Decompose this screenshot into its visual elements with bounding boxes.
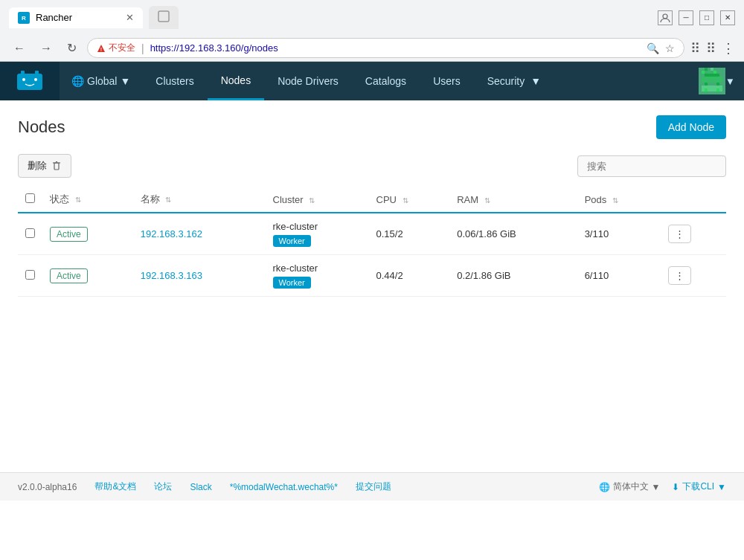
- ram-col-header: RAM ⇅: [449, 187, 577, 213]
- status-badge: Active: [50, 268, 88, 283]
- svg-rect-17: [716, 68, 719, 71]
- name-col-header: 名称 ⇅: [133, 187, 266, 213]
- extensions-icon2[interactable]: ⠿: [706, 40, 716, 57]
- back-button[interactable]: ←: [9, 39, 30, 58]
- nav-catalogs[interactable]: Catalogs: [352, 62, 420, 100]
- global-dropdown[interactable]: 🌐 Global ▼: [60, 62, 142, 100]
- user-dropdown-arrow: ▼: [725, 76, 735, 87]
- status-badge: Active: [50, 227, 88, 242]
- tab-close-button[interactable]: ✕: [126, 12, 134, 23]
- status-col-header: 状态 ⇅: [42, 187, 133, 213]
- nav-right: ▼: [690, 68, 744, 94]
- cluster-col-header: Cluster ⇅: [266, 187, 369, 213]
- svg-point-9: [22, 78, 25, 81]
- download-icon: ⬇: [672, 482, 679, 492]
- actions-cell: ⋮: [661, 255, 726, 297]
- window-controls: ─ □ ✕: [658, 10, 735, 25]
- svg-rect-25: [54, 163, 59, 170]
- url-bar[interactable]: ! 不安全 | https://192.168.3.160/g/nodes 🔍 …: [87, 38, 684, 58]
- table-header: 状态 ⇅ 名称 ⇅ Cluster ⇅ CPU ⇅ RAM ⇅: [18, 187, 726, 213]
- dropdown-arrow: ▼: [120, 75, 130, 87]
- minimize-button[interactable]: ─: [679, 10, 693, 25]
- cpu-cell: 0.44/2: [369, 255, 450, 297]
- footer-forum-link[interactable]: 论坛: [154, 480, 172, 493]
- cpu-sort-icon[interactable]: ⇅: [403, 196, 408, 205]
- ram-cell: 0.06/1.86 GiB: [449, 213, 577, 255]
- actions-col-header: [661, 187, 726, 213]
- ram-cell: 0.2/1.86 GiB: [449, 255, 577, 297]
- status-sort-icon[interactable]: ⇅: [75, 196, 81, 204]
- svg-rect-13: [705, 68, 708, 71]
- trash-icon: [51, 161, 62, 171]
- close-window-button[interactable]: ✕: [720, 10, 735, 25]
- delete-button[interactable]: 删除: [18, 154, 71, 178]
- cluster-sort-icon[interactable]: ⇅: [309, 196, 315, 205]
- footer-help-link[interactable]: 帮助&文档: [94, 480, 136, 493]
- extensions-icon[interactable]: ⠿: [690, 40, 700, 57]
- footer-slack-link[interactable]: Slack: [190, 482, 211, 492]
- global-label: Global: [87, 75, 117, 87]
- status-cell: Active: [42, 213, 133, 255]
- nav-security[interactable]: Security ▼: [474, 62, 554, 100]
- lang-dropdown-arrow: ▼: [652, 482, 661, 492]
- cpu-cell: 0.15/2: [369, 213, 450, 255]
- svg-point-3: [663, 14, 667, 19]
- profile-icon[interactable]: [658, 10, 673, 25]
- svg-rect-16: [713, 71, 716, 74]
- title-bar: R Rancher ✕ ─ □ ✕: [0, 0, 744, 35]
- row-checkbox-0[interactable]: [25, 228, 35, 238]
- svg-rect-23: [705, 88, 708, 91]
- nav-nodes[interactable]: Nodes: [208, 62, 264, 100]
- new-tab[interactable]: [149, 6, 179, 29]
- nav-users[interactable]: Users: [420, 62, 474, 100]
- user-avatar-button[interactable]: ▼: [690, 68, 744, 94]
- security-warning: ! 不安全: [97, 42, 135, 54]
- select-all-header: [18, 187, 42, 213]
- nav-node-drivers[interactable]: Node Drivers: [264, 62, 352, 100]
- app-footer: v2.0.0-alpha16 帮助&文档 论坛 Slack *%modalWec…: [0, 472, 744, 501]
- menu-icon[interactable]: ⋮: [722, 40, 735, 57]
- tab-title: Rancher: [36, 12, 72, 23]
- search-input[interactable]: [577, 155, 726, 177]
- svg-text:!: !: [100, 46, 102, 51]
- footer-issues-link[interactable]: 提交问题: [356, 480, 391, 493]
- node-ip-link[interactable]: 192.168.3.162: [141, 228, 202, 239]
- ellipsis-icon: ⋮: [675, 228, 684, 239]
- download-cli-button[interactable]: ⬇ 下载CLI ▼: [672, 480, 726, 493]
- page-title: Nodes: [18, 118, 65, 137]
- row-actions-button[interactable]: ⋮: [668, 266, 691, 285]
- row-actions-button[interactable]: ⋮: [668, 225, 691, 243]
- browser-chrome: R Rancher ✕ ─ □ ✕ ← → ↻ ! 不安全 | https://: [0, 0, 744, 62]
- avatar: [699, 68, 725, 94]
- main-content: Nodes Add Node 删除 状态 ⇅: [0, 100, 744, 472]
- svg-rect-21: [716, 83, 719, 86]
- forward-button[interactable]: →: [36, 39, 57, 58]
- cluster-name: rke-cluster: [273, 221, 362, 232]
- search-icon[interactable]: 🔍: [647, 42, 659, 54]
- maximize-button[interactable]: □: [699, 10, 714, 25]
- delete-label: 删除: [28, 159, 47, 173]
- tab-favicon: R: [18, 12, 30, 24]
- ram-sort-icon[interactable]: ⇅: [484, 196, 490, 205]
- reload-button[interactable]: ↻: [62, 38, 81, 58]
- select-all-checkbox[interactable]: [25, 193, 35, 203]
- svg-rect-14: [708, 71, 711, 74]
- node-ip-link[interactable]: 192.168.3.163: [141, 270, 202, 281]
- name-sort-icon[interactable]: ⇅: [165, 196, 171, 204]
- pods-sort-icon[interactable]: ⇅: [612, 196, 618, 205]
- cluster-cell: rke-cluster Worker: [266, 255, 369, 297]
- pods-col-header: Pods ⇅: [577, 187, 661, 213]
- footer-wechat-link[interactable]: *%modalWechat.wechat%*: [230, 482, 338, 492]
- ellipsis-icon: ⋮: [675, 270, 684, 281]
- add-node-button[interactable]: Add Node: [656, 115, 726, 139]
- globe-icon: 🌐: [599, 482, 610, 492]
- active-tab[interactable]: R Rancher ✕: [9, 7, 143, 28]
- nav-clusters[interactable]: Clusters: [142, 62, 207, 100]
- cluster-cell: rke-cluster Worker: [266, 213, 369, 255]
- status-cell: Active: [42, 255, 133, 297]
- bookmark-icon[interactable]: ☆: [665, 42, 675, 54]
- language-selector[interactable]: 🌐 简体中文 ▼: [599, 480, 661, 493]
- app-logo[interactable]: [0, 62, 60, 100]
- row-checkbox-1[interactable]: [25, 270, 35, 280]
- svg-point-10: [34, 78, 37, 81]
